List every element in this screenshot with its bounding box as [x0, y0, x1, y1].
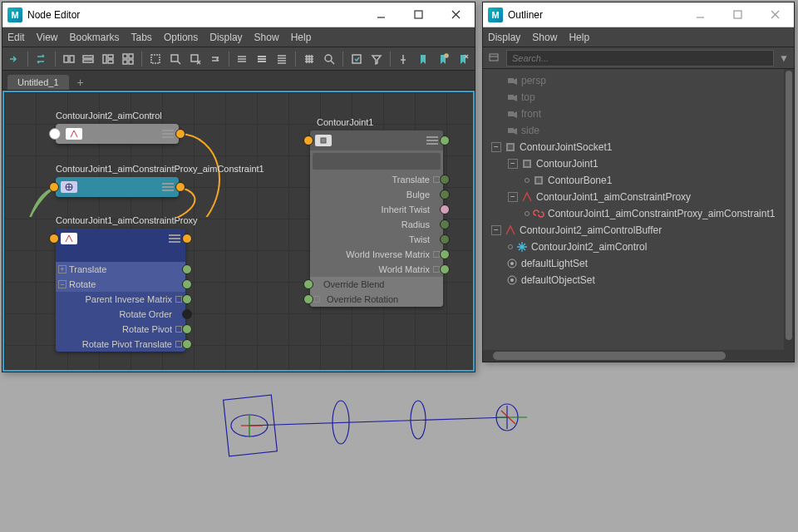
attr-inherit-twist[interactable]: Inherit Twist — [310, 202, 443, 217]
outliner-tree[interactable]: persp top front side −ContourJointSocket… — [483, 69, 794, 350]
menu-edit[interactable]: Edit — [7, 32, 25, 43]
output-port[interactable] — [175, 129, 185, 139]
menu-help[interactable]: Help — [569, 32, 589, 43]
menu-display[interactable]: Display — [209, 32, 242, 43]
tree-joint1[interactable]: −ContourJoint1 — [483, 155, 794, 172]
maximize-button[interactable] — [400, 2, 437, 27]
toolbar-bookmark1-icon[interactable] — [415, 50, 431, 68]
menu-bookmarks[interactable]: Bookmarks — [69, 32, 119, 43]
minimize-button[interactable] — [682, 2, 719, 27]
tree-lightset[interactable]: defaultLightSet — [483, 255, 794, 272]
attr-translate[interactable]: +Translate — [56, 262, 185, 277]
menu-help[interactable]: Help — [291, 32, 312, 43]
close-button[interactable] — [437, 2, 475, 27]
expand-icon[interactable] — [169, 234, 180, 243]
menu-view[interactable]: View — [37, 32, 58, 43]
tree-proxy[interactable]: −ContourJoint1_aimConstraintProxy — [483, 189, 794, 205]
attr-parent-inverse-matrix[interactable]: Parent Inverse Matrix — [56, 292, 185, 307]
toolbar-layout3-icon[interactable] — [100, 50, 116, 68]
search-input[interactable] — [506, 50, 774, 66]
menubar: Edit View Bookmarks Tabs Options Display… — [2, 27, 475, 47]
svg-rect-28 — [191, 55, 198, 62]
output-port[interactable] — [175, 182, 185, 192]
attr-rotate-order[interactable]: Rotate Order — [56, 307, 185, 322]
tree-socket[interactable]: −ContourJointSocket1 — [483, 139, 794, 155]
toolbar-select-icon[interactable] — [147, 50, 164, 68]
camera-front[interactable]: front — [483, 106, 794, 122]
svg-rect-19 — [103, 55, 106, 63]
toolbar-bookmark3-icon[interactable] — [455, 50, 471, 68]
toolbar-layout4-icon[interactable] — [120, 50, 136, 68]
expand-icon[interactable] — [426, 136, 438, 145]
menu-tabs[interactable]: Tabs — [131, 32, 152, 43]
minimize-button[interactable] — [362, 2, 400, 27]
toolbar-input-icon[interactable] — [6, 50, 22, 68]
titlebar[interactable]: M Node Editor — [2, 2, 475, 27]
search-dropdown-icon[interactable]: ▼ — [779, 52, 789, 64]
menu-show[interactable]: Show — [254, 32, 279, 43]
toolbar-layout2-icon[interactable] — [80, 50, 96, 68]
camera-persp[interactable]: persp — [483, 72, 794, 89]
horizontal-scrollbar[interactable] — [483, 350, 794, 362]
maya-logo-icon: M — [7, 7, 22, 22]
tree-control[interactable]: ContourJoint2_aimControl — [483, 239, 794, 255]
tab-untitled[interactable]: Untitled_1 — [7, 75, 69, 90]
node-label: ContourJoint1_aimConstraintProxy_aimCons… — [56, 164, 264, 174]
tree-constraint[interactable]: ContourJoint1_aimConstraintProxy_aimCons… — [483, 205, 794, 222]
toolbar-remove-icon[interactable] — [187, 50, 204, 68]
input-port[interactable] — [49, 182, 59, 192]
attr-override-blend[interactable]: Override Blend — [310, 277, 443, 292]
attr-world-inverse-matrix[interactable]: World Inverse Matrix — [310, 247, 443, 262]
tree-buffer[interactable]: −ContourJoint2_aimControlBuffer — [483, 222, 794, 239]
toolbar-grid-icon[interactable] — [301, 50, 318, 68]
toolbar-sync-icon[interactable] — [348, 50, 365, 68]
viewport-3d[interactable] — [0, 374, 798, 532]
toolbar-lines1-icon[interactable] — [234, 50, 251, 68]
toolbar-add-icon[interactable] — [167, 50, 184, 68]
vertical-scrollbar[interactable] — [784, 69, 794, 350]
node-aim-constraint-proxy[interactable]: +Translate −Rotate Parent Inverse Matrix… — [56, 229, 185, 352]
search-mode-icon[interactable] — [488, 52, 501, 65]
menu-display[interactable]: Display — [488, 32, 520, 43]
attr-twist[interactable]: Twist — [310, 232, 443, 247]
output-port[interactable] — [182, 234, 192, 244]
node-aim-control[interactable] — [56, 124, 179, 144]
toolbar-collapse-icon[interactable] — [207, 50, 224, 68]
attr-bulge[interactable]: Bulge — [310, 187, 443, 202]
expand-icon[interactable] — [162, 183, 174, 191]
attr-translate[interactable]: Translate — [310, 172, 443, 187]
attr-rotate-pivot-translate[interactable]: Rotate Pivot Translate — [56, 337, 185, 352]
tree-objectset[interactable]: defaultObjectSet — [483, 272, 794, 288]
input-port[interactable] — [303, 135, 313, 145]
menu-show[interactable]: Show — [532, 32, 557, 43]
tab-add-button[interactable]: + — [71, 75, 91, 90]
node-contour-joint1[interactable]: Translate Bulge Inherit Twist Radius Twi… — [310, 131, 443, 307]
camera-top[interactable]: top — [483, 89, 794, 106]
toolbar-lines3-icon[interactable] — [273, 50, 290, 68]
toolbar-layout1-icon[interactable] — [61, 50, 77, 68]
camera-side[interactable]: side — [483, 122, 794, 139]
titlebar[interactable]: M Outliner — [483, 2, 794, 27]
node-aim-constraint[interactable] — [56, 177, 179, 197]
svg-rect-48 — [508, 145, 513, 150]
tree-bone1[interactable]: ContourBone1 — [483, 172, 794, 189]
output-port[interactable] — [440, 135, 450, 145]
attr-world-matrix[interactable]: World Matrix — [310, 262, 443, 277]
toolbar-bookmark2-icon[interactable] — [435, 50, 451, 68]
attr-radius[interactable]: Radius — [310, 217, 443, 232]
toolbar-lines2-icon[interactable] — [254, 50, 270, 68]
attr-rotate-pivot[interactable]: Rotate Pivot — [56, 322, 185, 337]
toolbar-pin-icon[interactable] — [395, 50, 411, 68]
menu-options[interactable]: Options — [164, 32, 198, 43]
input-port[interactable] — [49, 234, 59, 244]
attr-override-rotation[interactable]: Override Rotation — [310, 292, 443, 307]
expand-icon[interactable] — [162, 130, 174, 138]
toolbar-filter-icon[interactable] — [368, 50, 385, 68]
toolbar-swap-icon[interactable] — [33, 50, 50, 68]
close-button[interactable] — [756, 2, 794, 27]
node-graph[interactable]: ContourJoint2_aimControl ContourJoint1_a… — [2, 91, 475, 372]
toolbar — [2, 47, 475, 71]
attr-rotate[interactable]: −Rotate — [56, 277, 185, 292]
maximize-button[interactable] — [719, 2, 756, 27]
toolbar-search-icon[interactable] — [321, 50, 337, 68]
